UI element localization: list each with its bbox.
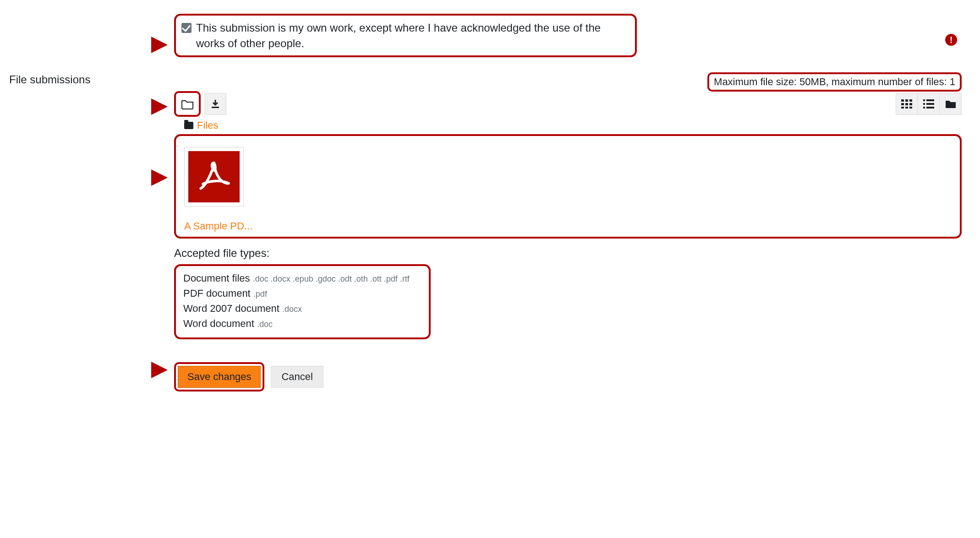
highlight-arrow-icon (151, 362, 168, 378)
breadcrumb-root[interactable]: Files (197, 120, 218, 131)
highlight-arrow-icon (151, 169, 168, 186)
svg-rect-9 (909, 107, 912, 109)
required-warning-icon: ! (945, 34, 957, 46)
svg-rect-11 (926, 99, 934, 101)
grid-icon (901, 99, 912, 109)
file-thumbnail (184, 147, 244, 207)
svg-rect-12 (923, 103, 925, 105)
accepted-type-row: Word 2007 document .docx (183, 301, 422, 316)
view-icons-button[interactable] (896, 93, 918, 115)
folder-icon (181, 98, 194, 109)
list-icon (923, 99, 934, 109)
svg-rect-8 (905, 107, 908, 109)
svg-rect-2 (905, 99, 908, 102)
filepicker-toolbar (174, 91, 971, 117)
highlight-arrow-icon (151, 37, 168, 53)
view-list-button[interactable] (918, 93, 940, 115)
file-tile[interactable]: A Sample PD... (184, 147, 253, 232)
file-drop-area[interactable]: A Sample PD... (174, 134, 962, 239)
declaration-box: This submission is my own work, except w… (174, 14, 637, 57)
svg-rect-1 (901, 99, 904, 102)
pdf-icon (188, 151, 240, 202)
folder-solid-icon (945, 99, 956, 109)
svg-rect-5 (905, 103, 908, 105)
svg-rect-10 (923, 99, 925, 101)
add-file-button[interactable] (174, 91, 201, 117)
svg-rect-0 (212, 107, 219, 108)
accepted-type-row: PDF document .pdf (183, 286, 422, 301)
cancel-button[interactable]: Cancel (271, 366, 323, 388)
highlight-arrow-icon (151, 98, 168, 115)
file-name: A Sample PD... (184, 220, 253, 232)
svg-rect-14 (923, 107, 925, 109)
svg-rect-4 (901, 103, 904, 105)
svg-rect-13 (926, 103, 934, 105)
folder-mini-icon (184, 122, 193, 129)
declaration-checkbox[interactable] (181, 23, 192, 33)
accepted-type-row: Word document .doc (183, 316, 422, 331)
accepted-types-box: Document files .doc .docx .epub .gdoc .o… (174, 264, 431, 339)
download-all-button[interactable] (204, 93, 226, 115)
section-label: File submissions (9, 14, 165, 86)
download-icon (210, 98, 221, 109)
view-tree-button[interactable] (940, 93, 962, 115)
svg-rect-7 (901, 107, 904, 109)
accepted-types-label: Accepted file types: (174, 247, 971, 260)
save-changes-button[interactable]: Save changes (178, 366, 261, 388)
svg-rect-6 (909, 103, 912, 105)
svg-rect-15 (926, 107, 934, 109)
accepted-type-row: Document files .doc .docx .epub .gdoc .o… (183, 271, 422, 286)
declaration-text: This submission is my own work, except w… (196, 20, 627, 51)
file-breadcrumb: Files (184, 120, 971, 131)
svg-rect-3 (909, 99, 912, 102)
file-limits-text: Maximum file size: 50MB, maximum number … (707, 72, 962, 92)
